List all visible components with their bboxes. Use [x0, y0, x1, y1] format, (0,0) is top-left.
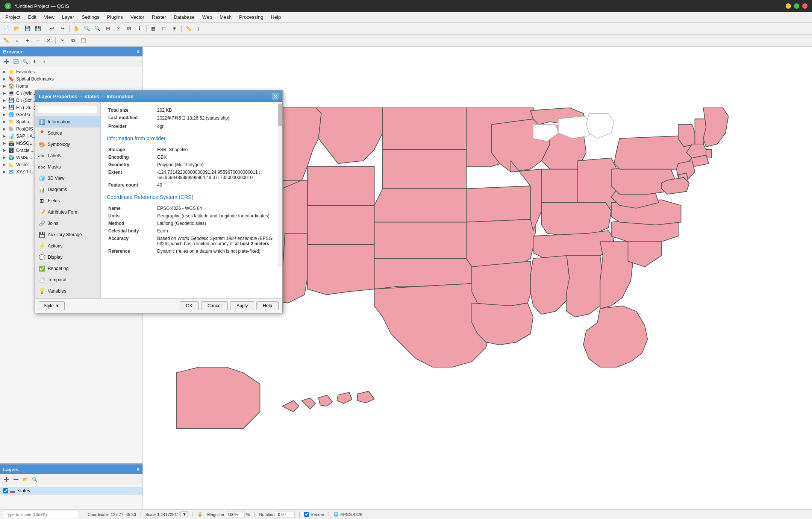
save-project-button[interactable]: 💾 — [23, 24, 32, 33]
attribute-table-button[interactable]: ⊞ — [170, 24, 179, 33]
save-as-button[interactable]: 💾 — [33, 24, 43, 33]
layer-checkbox-states[interactable] — [3, 488, 8, 493]
tree-item-bookmarks[interactable]: ▶🔖Spatial Bookmarks — [0, 75, 142, 82]
style-button[interactable]: Style ▼ — [39, 301, 65, 310]
layers-remove-button[interactable]: ➖ — [12, 475, 20, 484]
nav-item-fields[interactable]: ⊞ Fields — [35, 195, 100, 206]
style-dropdown-icon: ▼ — [55, 303, 60, 308]
nav-item-variables[interactable]: 💡 Variables — [35, 285, 100, 297]
nav-item-joins[interactable]: 🔗 Joins — [35, 218, 100, 229]
zoom-out-button[interactable]: 🔍 — [92, 24, 102, 33]
crs-name-value: EPSG:4326 - WGS 84 — [156, 205, 276, 212]
open-project-button[interactable]: 📂 — [12, 24, 22, 33]
zoom-selection-button[interactable]: ⊠ — [124, 24, 134, 33]
menu-view[interactable]: View — [40, 13, 58, 21]
lock-icon: 🔒 — [197, 512, 203, 517]
nav-item-masks[interactable]: abc Masks — [35, 161, 100, 173]
menu-settings[interactable]: Settings — [78, 13, 103, 21]
field-calc-button[interactable]: ∑ — [194, 24, 204, 33]
svg-marker-32 — [567, 256, 603, 317]
zoom-layer-button[interactable]: ⊡ — [114, 24, 123, 33]
tree-item-favorites[interactable]: ▶⭐Favorites — [0, 68, 142, 75]
render-checkbox[interactable] — [304, 512, 309, 517]
nav-item-diagrams[interactable]: 📊 Diagrams — [35, 184, 100, 195]
nav-item-rendering[interactable]: ✅ Rendering — [35, 263, 100, 274]
menu-plugins[interactable]: Plugins — [103, 13, 127, 21]
browser-info-button[interactable]: ℹ — [40, 58, 48, 66]
layers-open-button[interactable]: 📂 — [21, 475, 29, 484]
browser-refresh-button[interactable]: 🔄 — [12, 58, 20, 66]
nav-item-labels[interactable]: abc Labels — [35, 150, 100, 161]
new-project-button[interactable]: 📄 — [2, 24, 11, 33]
nav-item-display[interactable]: 💬 Display — [35, 252, 100, 263]
menu-layer[interactable]: Layer — [58, 13, 78, 21]
browser-add-button[interactable]: ➕ — [2, 58, 11, 66]
maximize-button[interactable] — [794, 3, 799, 9]
identify-button[interactable]: ℹ — [135, 24, 144, 33]
add-feature-button[interactable]: + — [23, 36, 32, 45]
menu-vector[interactable]: Vector — [127, 13, 148, 21]
pan-button[interactable]: ✋ — [71, 24, 81, 33]
zoom-full-button[interactable]: ⊞ — [103, 24, 113, 33]
nav-item-3dview[interactable]: 🧊 3D View — [35, 173, 100, 184]
move-button[interactable]: ↔ — [33, 36, 43, 45]
menu-processing[interactable]: Processing — [235, 13, 267, 21]
dialog-search-input[interactable] — [38, 106, 97, 114]
copy-button[interactable]: ⧉ — [68, 36, 78, 45]
nav-item-attributes-form[interactable]: 📝 Attributes Form — [35, 206, 100, 218]
table-row: Geometry Polygon (MultiPolygon) — [107, 161, 276, 168]
geometry-label: Geometry — [107, 161, 156, 168]
nav-label-fields: Fields — [48, 198, 60, 203]
paste-button[interactable]: 📋 — [79, 36, 88, 45]
redo-button[interactable]: ↪ — [58, 24, 67, 33]
undo-button[interactable]: ↩ — [47, 24, 57, 33]
browser-collapse-button[interactable]: ⬇ — [30, 58, 39, 66]
nav-item-temporal[interactable]: ⏱️ Temporal — [35, 274, 100, 285]
menu-raster[interactable]: Raster — [148, 13, 170, 21]
crs-units-value: Geographic (uses latitude and longitude … — [156, 212, 276, 220]
menu-web[interactable]: Web — [198, 13, 216, 21]
browser-filter-button[interactable]: 🔍 — [21, 58, 29, 66]
layer-item-states[interactable]: ▬ states — [0, 487, 142, 495]
toolbar2-separator — [55, 37, 56, 44]
titlebar: Q *Untitled Project — QGIS — [0, 0, 812, 12]
digitize-button[interactable]: ✏️ — [2, 36, 11, 45]
dialog-scrollbar[interactable] — [278, 102, 282, 267]
rotation-input[interactable] — [276, 511, 295, 518]
dialog-close-button[interactable]: ✕ — [272, 93, 279, 100]
ok-button[interactable]: OK — [180, 301, 199, 310]
scrollbar-thumb[interactable] — [278, 104, 282, 126]
menu-mesh[interactable]: Mesh — [216, 13, 235, 21]
menu-project[interactable]: Project — [2, 13, 24, 21]
measure-button[interactable]: 📏 — [183, 24, 193, 33]
layers-filter-button[interactable]: 🔍 — [30, 475, 39, 484]
nav-item-actions[interactable]: ⚡ Actions — [35, 240, 100, 252]
crs-method-label: Method — [107, 220, 156, 227]
menu-database[interactable]: Database — [170, 13, 198, 21]
nav-item-symbology[interactable]: 🎨 Symbology — [35, 139, 100, 150]
delete-button[interactable]: ✕ — [44, 36, 53, 45]
scale-dropdown[interactable]: ▼ — [180, 511, 188, 517]
menu-help[interactable]: Help — [267, 13, 285, 21]
tree-item-home[interactable]: ▶🏠Home — [0, 82, 142, 90]
node-button[interactable]: ⬦ — [12, 36, 22, 45]
select-button[interactable]: ▦ — [148, 24, 158, 33]
zoom-in-button[interactable]: 🔍 — [82, 24, 92, 33]
minimize-button[interactable] — [786, 3, 791, 9]
nav-item-source[interactable]: 📍 Source — [35, 127, 100, 139]
cut-button[interactable]: ✂ — [58, 36, 67, 45]
last-modified-label: Last modified — [107, 114, 156, 123]
layers-options-icon[interactable]: ≡ — [137, 467, 139, 472]
nav-item-auxiliary-storage[interactable]: 💾 Auxiliary Storage — [35, 229, 100, 240]
menu-edit[interactable]: Edit — [24, 13, 40, 21]
nav-item-information[interactable]: ℹ️ Information — [35, 116, 100, 127]
locate-input[interactable] — [3, 511, 78, 518]
layers-add-button[interactable]: ➕ — [2, 475, 11, 484]
help-button[interactable]: Help — [256, 301, 279, 310]
cancel-button[interactable]: Cancel — [201, 301, 228, 310]
apply-button[interactable]: Apply — [230, 301, 254, 310]
deselect-button[interactable]: □ — [159, 24, 169, 33]
browser-options-icon[interactable]: ≡ — [137, 49, 139, 54]
magnifier-input[interactable] — [226, 511, 245, 518]
close-button[interactable] — [802, 3, 807, 9]
